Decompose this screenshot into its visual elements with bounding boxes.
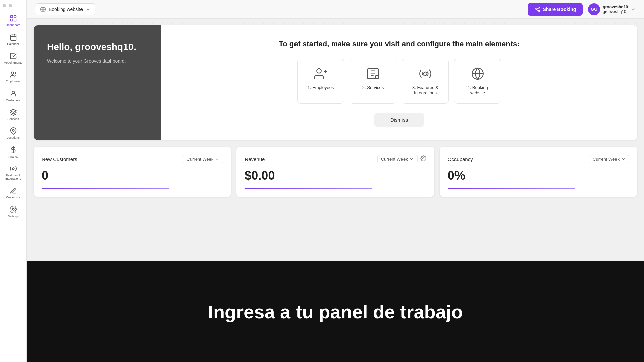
svg-line-19 (536, 10, 538, 11)
globe-icon (40, 6, 46, 12)
stat-period-label-revenue: Current Week (381, 157, 408, 162)
stat-card-revenue: Revenue Current Week (236, 147, 434, 197)
window-controls (0, 3, 15, 9)
sidebar-item-features[interactable]: Features & Integrations (0, 162, 26, 184)
svg-rect-3 (14, 19, 16, 21)
config-card-booking[interactable]: 4. Booking website (454, 59, 501, 104)
svg-point-26 (424, 72, 427, 75)
user-menu[interactable]: GG grooveshq10 grooveshq10 (588, 3, 636, 15)
calendar-icon (10, 34, 17, 41)
sidebar-label-settings: Settings (8, 215, 19, 218)
user-username: grooveshq10 (603, 5, 628, 9)
dismiss-button[interactable]: Dismiss (374, 113, 424, 127)
welcome-section: Hello, grooveshq10. Welcome to your Groo… (34, 25, 637, 140)
stat-period-occupancy[interactable]: Current Week (589, 155, 629, 163)
greeting-text: Hello, grooveshq10. (47, 42, 148, 52)
sidebar-label-services: Services (7, 117, 19, 121)
sidebar-item-customize[interactable]: Customize (0, 184, 26, 202)
stat-card-occupancy: Occupancy Current Week 0% (440, 147, 637, 197)
stat-header-customers: New Customers Current Week (42, 155, 223, 163)
chevron-down-icon (86, 7, 90, 12)
stat-chart-occupancy (448, 188, 575, 189)
locations-icon (10, 127, 17, 135)
main-area: Booking website Share Booking GG (27, 0, 644, 362)
chevron-customers-icon (215, 157, 219, 161)
svg-point-13 (12, 208, 14, 210)
config-features-label: 3. Features & Integrations (409, 85, 442, 95)
stat-period-label-customers: Current Week (186, 157, 213, 162)
topbar-right: Share Booking GG grooveshq10 grooveshq10 (528, 3, 636, 16)
config-booking-label: 4. Booking website (461, 85, 494, 95)
svg-point-8 (11, 72, 13, 74)
welcome-right-panel: To get started, make sure you visit and … (161, 25, 637, 140)
svg-point-21 (317, 69, 321, 73)
config-cards: 1. Employees 2. Services (297, 59, 501, 104)
chevron-occupancy-icon (621, 157, 626, 161)
sidebar-item-settings[interactable]: Settings (0, 202, 26, 221)
user-avatar: GG (588, 3, 600, 15)
user-subname: grooveshq10 (603, 9, 628, 14)
config-card-services[interactable]: 2. Services (350, 59, 396, 104)
sidebar-item-dashboard[interactable]: Dashboard (0, 11, 26, 30)
svg-rect-1 (14, 16, 16, 18)
sidebar-item-employees[interactable]: Employees (0, 68, 26, 86)
sidebar-item-calendar[interactable]: Calendar (0, 30, 26, 49)
services-icon (10, 109, 17, 116)
instruction-text: To get started, make sure you visit and … (279, 39, 519, 49)
share-booking-button[interactable]: Share Booking (528, 3, 583, 16)
sidebar-item-customers[interactable]: Customers (0, 86, 26, 105)
sidebar-label-finance: Finance (8, 155, 18, 158)
svg-point-18 (538, 10, 540, 12)
user-initials: GG (591, 7, 597, 12)
user-names: grooveshq10 grooveshq10 (603, 5, 628, 14)
stat-value-revenue: $0.00 (245, 169, 426, 183)
sidebar-item-services[interactable]: Services (0, 105, 26, 124)
stat-title-occupancy: Occupancy (448, 156, 473, 162)
employees-icon (10, 71, 17, 78)
sidebar-label-features: Features & Integrations (1, 174, 25, 180)
sidebar-item-finance[interactable]: Finance (0, 143, 26, 162)
config-employees-icon (314, 67, 327, 80)
customize-icon (10, 187, 17, 194)
svg-rect-4 (10, 35, 16, 41)
booking-website-button[interactable]: Booking website (35, 3, 95, 15)
stat-title-customers: New Customers (42, 156, 77, 162)
config-card-employees[interactable]: 1. Employees (297, 59, 344, 104)
sidebar-label-dashboard: Dashboard (6, 23, 20, 27)
sidebar-item-appointments[interactable]: Appointments (0, 49, 26, 68)
stat-title-revenue: Revenue (245, 156, 265, 162)
svg-point-17 (535, 8, 537, 10)
svg-line-20 (536, 8, 538, 9)
stat-period-revenue[interactable]: Current Week (377, 155, 418, 163)
sidebar-label-appointments: Appointments (4, 61, 22, 64)
sidebar-item-locations[interactable]: Locations (0, 124, 26, 143)
svg-rect-2 (10, 19, 12, 21)
sidebar-label-locations: Locations (7, 136, 20, 139)
stat-gear-revenue[interactable] (420, 155, 426, 163)
config-booking-icon (471, 67, 484, 80)
bottom-banner: Ingresa a tu panel de trabajo (27, 261, 644, 362)
stat-header-occupancy: Occupancy Current Week (448, 155, 629, 163)
stat-period-customers[interactable]: Current Week (183, 155, 223, 163)
gear-revenue-icon (420, 155, 426, 161)
svg-point-29 (422, 158, 424, 159)
stat-card-new-customers: New Customers Current Week 0 (34, 147, 231, 197)
customers-icon (10, 90, 17, 97)
stat-chart-customers (42, 188, 169, 189)
dashboard-icon (10, 15, 17, 22)
svg-point-25 (375, 75, 379, 79)
appointments-icon (10, 52, 17, 60)
config-services-label: 2. Services (362, 85, 384, 90)
config-features-icon (419, 67, 432, 80)
share-icon (534, 6, 540, 12)
settings-icon (10, 206, 17, 213)
config-employees-label: 1. Employees (308, 85, 334, 90)
stat-chart-revenue (245, 188, 372, 189)
config-card-features[interactable]: 3. Features & Integrations (402, 59, 449, 104)
topbar: Booking website Share Booking GG (27, 0, 644, 19)
sidebar-label-customers: Customers (6, 99, 21, 102)
stat-period-label-occupancy: Current Week (593, 157, 620, 162)
content-area: Hello, grooveshq10. Welcome to your Groo… (27, 19, 644, 261)
user-chevron-icon (631, 7, 636, 12)
sidebar: Dashboard Calendar Appointments Employee… (0, 0, 27, 362)
